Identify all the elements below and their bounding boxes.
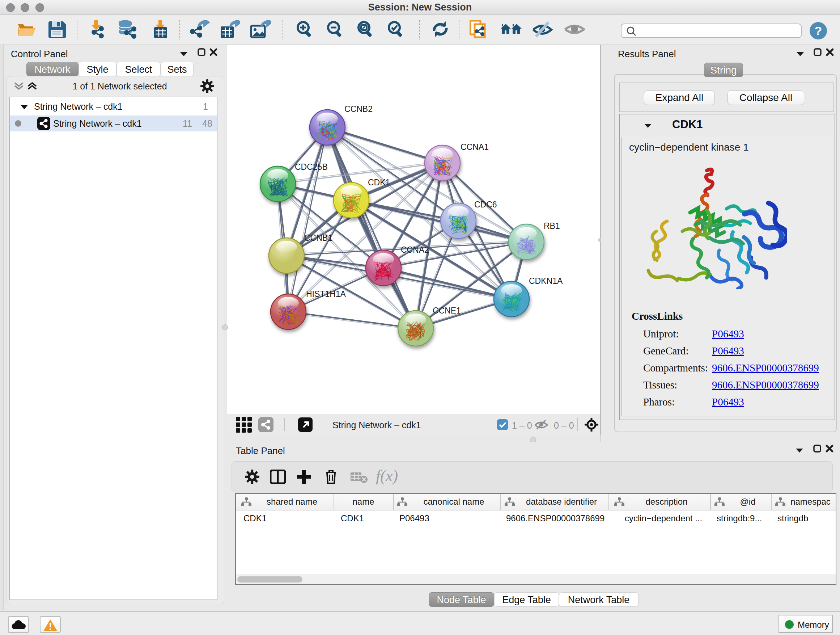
svg-text:CCNA1: CCNA1 xyxy=(461,142,489,152)
svg-text:CDKN1A: CDKN1A xyxy=(529,276,563,286)
svg-text:RB1: RB1 xyxy=(544,221,560,231)
svg-text:CCNE1: CCNE1 xyxy=(433,306,461,315)
svg-text:CDC6: CDC6 xyxy=(474,200,497,209)
svg-text:CDK1: CDK1 xyxy=(368,178,390,187)
svg-text:CDC25B: CDC25B xyxy=(295,162,328,172)
svg-text:HIST1H1A: HIST1H1A xyxy=(306,289,346,299)
svg-text:CCNA2: CCNA2 xyxy=(401,245,429,255)
svg-text:CCNB2: CCNB2 xyxy=(344,104,373,114)
svg-text:CCNB1: CCNB1 xyxy=(304,233,332,242)
